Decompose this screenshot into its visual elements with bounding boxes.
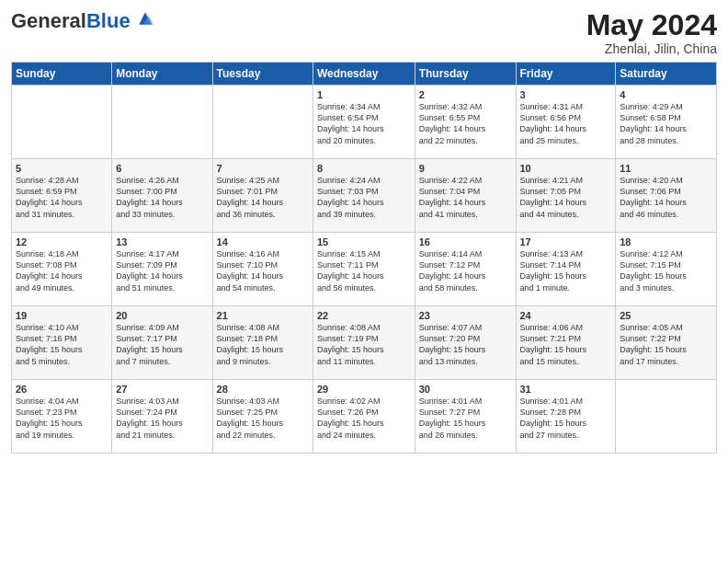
calendar-table: SundayMondayTuesdayWednesdayThursdayFrid… bbox=[11, 62, 717, 454]
day-number: 2 bbox=[419, 89, 512, 100]
day-number: 29 bbox=[317, 384, 411, 395]
day-cell: 13Sunrise: 4:17 AM Sunset: 7:09 PM Dayli… bbox=[112, 233, 212, 306]
day-header-friday: Friday bbox=[516, 63, 616, 86]
title-block: May 2024 Zhenlai, Jilin, China bbox=[586, 9, 717, 56]
logo: GeneralBlue bbox=[11, 9, 154, 33]
day-cell: 1Sunrise: 4:34 AM Sunset: 6:54 PM Daylig… bbox=[313, 86, 415, 159]
day-info: Sunrise: 4:34 AM Sunset: 6:54 PM Dayligh… bbox=[317, 101, 411, 146]
day-header-tuesday: Tuesday bbox=[212, 63, 313, 86]
day-number: 16 bbox=[419, 236, 512, 247]
day-cell: 6Sunrise: 4:26 AM Sunset: 7:00 PM Daylig… bbox=[112, 159, 212, 233]
day-info: Sunrise: 4:17 AM Sunset: 7:09 PM Dayligh… bbox=[116, 248, 208, 293]
week-row-5: 26Sunrise: 4:04 AM Sunset: 7:23 PM Dayli… bbox=[12, 380, 717, 454]
day-info: Sunrise: 4:03 AM Sunset: 7:24 PM Dayligh… bbox=[116, 396, 208, 441]
day-cell: 17Sunrise: 4:13 AM Sunset: 7:14 PM Dayli… bbox=[516, 233, 616, 306]
day-cell: 10Sunrise: 4:21 AM Sunset: 7:05 PM Dayli… bbox=[516, 159, 616, 233]
day-cell: 28Sunrise: 4:03 AM Sunset: 7:25 PM Dayli… bbox=[212, 380, 313, 454]
day-number: 23 bbox=[419, 310, 512, 321]
day-number: 20 bbox=[116, 310, 208, 321]
day-number: 3 bbox=[520, 89, 612, 100]
day-info: Sunrise: 4:01 AM Sunset: 7:28 PM Dayligh… bbox=[520, 396, 612, 441]
day-number: 15 bbox=[317, 236, 411, 247]
day-cell: 2Sunrise: 4:32 AM Sunset: 6:55 PM Daylig… bbox=[415, 86, 516, 159]
day-number: 30 bbox=[419, 384, 512, 395]
logo-blue-text: Blue bbox=[86, 9, 131, 32]
day-info: Sunrise: 4:25 AM Sunset: 7:01 PM Dayligh… bbox=[217, 175, 309, 220]
day-info: Sunrise: 4:32 AM Sunset: 6:55 PM Dayligh… bbox=[419, 101, 512, 146]
day-cell: 15Sunrise: 4:15 AM Sunset: 7:11 PM Dayli… bbox=[313, 233, 415, 306]
day-header-thursday: Thursday bbox=[415, 63, 516, 86]
day-info: Sunrise: 4:09 AM Sunset: 7:17 PM Dayligh… bbox=[116, 322, 208, 367]
day-info: Sunrise: 4:03 AM Sunset: 7:25 PM Dayligh… bbox=[217, 396, 309, 441]
day-number: 25 bbox=[620, 310, 712, 321]
day-number: 18 bbox=[620, 236, 712, 247]
header: GeneralBlue May 2024 Zhenlai, Jilin, Chi… bbox=[11, 9, 717, 56]
day-info: Sunrise: 4:10 AM Sunset: 7:16 PM Dayligh… bbox=[16, 322, 108, 367]
day-cell: 9Sunrise: 4:22 AM Sunset: 7:04 PM Daylig… bbox=[415, 159, 516, 233]
week-row-1: 1Sunrise: 4:34 AM Sunset: 6:54 PM Daylig… bbox=[12, 86, 717, 159]
day-number: 10 bbox=[520, 163, 612, 174]
week-row-3: 12Sunrise: 4:18 AM Sunset: 7:08 PM Dayli… bbox=[12, 233, 717, 306]
day-header-saturday: Saturday bbox=[616, 63, 717, 86]
day-number: 14 bbox=[217, 236, 309, 247]
day-info: Sunrise: 4:31 AM Sunset: 6:56 PM Dayligh… bbox=[520, 101, 612, 146]
day-cell: 5Sunrise: 4:28 AM Sunset: 6:59 PM Daylig… bbox=[12, 159, 112, 233]
location: Zhenlai, Jilin, China bbox=[586, 41, 717, 56]
day-number: 1 bbox=[317, 89, 411, 100]
day-number: 9 bbox=[419, 163, 512, 174]
day-info: Sunrise: 4:22 AM Sunset: 7:04 PM Dayligh… bbox=[419, 175, 512, 220]
day-cell: 4Sunrise: 4:29 AM Sunset: 6:58 PM Daylig… bbox=[616, 86, 717, 159]
day-cell: 23Sunrise: 4:07 AM Sunset: 7:20 PM Dayli… bbox=[415, 306, 516, 380]
day-number: 12 bbox=[16, 236, 108, 247]
day-cell: 14Sunrise: 4:16 AM Sunset: 7:10 PM Dayli… bbox=[212, 233, 313, 306]
day-number: 13 bbox=[116, 236, 208, 247]
day-info: Sunrise: 4:13 AM Sunset: 7:14 PM Dayligh… bbox=[520, 248, 612, 293]
day-number: 8 bbox=[317, 163, 411, 174]
day-cell: 7Sunrise: 4:25 AM Sunset: 7:01 PM Daylig… bbox=[212, 159, 313, 233]
day-number: 22 bbox=[317, 310, 411, 321]
day-cell bbox=[616, 380, 717, 454]
day-info: Sunrise: 4:01 AM Sunset: 7:27 PM Dayligh… bbox=[419, 396, 512, 441]
day-info: Sunrise: 4:24 AM Sunset: 7:03 PM Dayligh… bbox=[317, 175, 411, 220]
day-number: 11 bbox=[620, 163, 712, 174]
day-info: Sunrise: 4:05 AM Sunset: 7:22 PM Dayligh… bbox=[620, 322, 712, 367]
day-info: Sunrise: 4:26 AM Sunset: 7:00 PM Dayligh… bbox=[116, 175, 208, 220]
day-cell: 24Sunrise: 4:06 AM Sunset: 7:21 PM Dayli… bbox=[516, 306, 616, 380]
day-cell: 19Sunrise: 4:10 AM Sunset: 7:16 PM Dayli… bbox=[12, 306, 112, 380]
day-cell: 12Sunrise: 4:18 AM Sunset: 7:08 PM Dayli… bbox=[12, 233, 112, 306]
day-cell: 11Sunrise: 4:20 AM Sunset: 7:06 PM Dayli… bbox=[616, 159, 717, 233]
day-number: 5 bbox=[16, 163, 108, 174]
day-info: Sunrise: 4:18 AM Sunset: 7:08 PM Dayligh… bbox=[16, 248, 108, 293]
day-cell: 31Sunrise: 4:01 AM Sunset: 7:28 PM Dayli… bbox=[516, 380, 616, 454]
day-cell: 26Sunrise: 4:04 AM Sunset: 7:23 PM Dayli… bbox=[12, 380, 112, 454]
day-header-monday: Monday bbox=[112, 63, 212, 86]
day-header-wednesday: Wednesday bbox=[313, 63, 415, 86]
day-info: Sunrise: 4:16 AM Sunset: 7:10 PM Dayligh… bbox=[217, 248, 309, 293]
day-info: Sunrise: 4:21 AM Sunset: 7:05 PM Dayligh… bbox=[520, 175, 612, 220]
day-number: 28 bbox=[217, 384, 309, 395]
day-headers-row: SundayMondayTuesdayWednesdayThursdayFrid… bbox=[12, 63, 717, 86]
day-cell: 25Sunrise: 4:05 AM Sunset: 7:22 PM Dayli… bbox=[616, 306, 717, 380]
day-info: Sunrise: 4:08 AM Sunset: 7:19 PM Dayligh… bbox=[317, 322, 411, 367]
day-number: 26 bbox=[16, 384, 108, 395]
day-cell: 29Sunrise: 4:02 AM Sunset: 7:26 PM Dayli… bbox=[313, 380, 415, 454]
week-row-2: 5Sunrise: 4:28 AM Sunset: 6:59 PM Daylig… bbox=[12, 159, 717, 233]
day-number: 17 bbox=[520, 236, 612, 247]
day-header-sunday: Sunday bbox=[12, 63, 112, 86]
day-cell: 16Sunrise: 4:14 AM Sunset: 7:12 PM Dayli… bbox=[415, 233, 516, 306]
day-number: 6 bbox=[116, 163, 208, 174]
day-cell: 20Sunrise: 4:09 AM Sunset: 7:17 PM Dayli… bbox=[112, 306, 212, 380]
day-info: Sunrise: 4:28 AM Sunset: 6:59 PM Dayligh… bbox=[16, 175, 108, 220]
day-info: Sunrise: 4:14 AM Sunset: 7:12 PM Dayligh… bbox=[419, 248, 512, 293]
day-number: 27 bbox=[116, 384, 208, 395]
day-cell: 3Sunrise: 4:31 AM Sunset: 6:56 PM Daylig… bbox=[516, 86, 616, 159]
logo-icon bbox=[136, 9, 154, 28]
day-cell: 27Sunrise: 4:03 AM Sunset: 7:24 PM Dayli… bbox=[112, 380, 212, 454]
day-info: Sunrise: 4:08 AM Sunset: 7:18 PM Dayligh… bbox=[217, 322, 309, 367]
day-cell bbox=[112, 86, 212, 159]
day-number: 31 bbox=[520, 384, 612, 395]
day-info: Sunrise: 4:15 AM Sunset: 7:11 PM Dayligh… bbox=[317, 248, 411, 293]
day-info: Sunrise: 4:07 AM Sunset: 7:20 PM Dayligh… bbox=[419, 322, 512, 367]
day-info: Sunrise: 4:12 AM Sunset: 7:15 PM Dayligh… bbox=[620, 248, 712, 293]
day-cell: 21Sunrise: 4:08 AM Sunset: 7:18 PM Dayli… bbox=[212, 306, 313, 380]
